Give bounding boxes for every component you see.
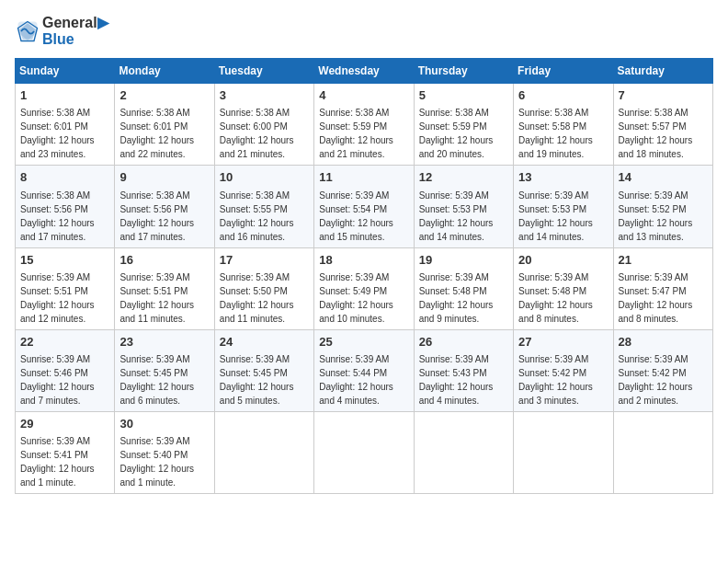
day-number: 21 xyxy=(619,252,708,269)
calendar-cell: 10Sunrise: 5:38 AMSunset: 5:55 PMDayligh… xyxy=(214,166,313,247)
calendar-cell: 28Sunrise: 5:39 AMSunset: 5:42 PMDayligh… xyxy=(613,329,712,411)
day-number: 30 xyxy=(119,416,209,432)
day-number: 12 xyxy=(419,169,508,186)
calendar-cell: 16Sunrise: 5:39 AMSunset: 5:51 PMDayligh… xyxy=(115,247,214,329)
day-number: 1 xyxy=(20,87,109,104)
logo-general: General xyxy=(42,15,97,30)
day-number: 28 xyxy=(619,334,708,350)
day-number: 14 xyxy=(619,169,708,186)
day-number: 16 xyxy=(119,252,209,269)
calendar-cell: 22Sunrise: 5:39 AMSunset: 5:46 PMDayligh… xyxy=(16,329,115,411)
calendar-week-4: 22Sunrise: 5:39 AMSunset: 5:46 PMDayligh… xyxy=(16,329,713,411)
calendar-week-3: 15Sunrise: 5:39 AMSunset: 5:51 PMDayligh… xyxy=(16,247,713,329)
day-info: Sunrise: 5:39 AMSunset: 5:48 PMDaylight:… xyxy=(419,270,508,326)
calendar-cell: 26Sunrise: 5:39 AMSunset: 5:43 PMDayligh… xyxy=(414,329,513,411)
day-info: Sunrise: 5:39 AMSunset: 5:46 PMDaylight:… xyxy=(20,352,109,408)
logo: General▶ Blue xyxy=(15,15,108,47)
day-number: 7 xyxy=(619,87,708,104)
day-number: 11 xyxy=(319,169,408,186)
day-number: 13 xyxy=(518,169,608,186)
day-info: Sunrise: 5:38 AMSunset: 6:01 PMDaylight:… xyxy=(20,106,109,161)
calendar-week-2: 8Sunrise: 5:38 AMSunset: 5:56 PMDaylight… xyxy=(16,166,713,247)
calendar-cell xyxy=(414,411,513,493)
calendar-cell: 29Sunrise: 5:39 AMSunset: 5:41 PMDayligh… xyxy=(16,411,115,493)
day-info: Sunrise: 5:39 AMSunset: 5:54 PMDaylight:… xyxy=(319,189,408,244)
day-info: Sunrise: 5:38 AMSunset: 6:01 PMDaylight:… xyxy=(119,106,209,161)
calendar-cell: 24Sunrise: 5:39 AMSunset: 5:45 PMDayligh… xyxy=(214,329,313,411)
calendar-cell xyxy=(314,411,414,493)
header-thursday: Thursday xyxy=(414,59,513,84)
logo-icon xyxy=(15,18,40,44)
calendar-cell: 17Sunrise: 5:39 AMSunset: 5:50 PMDayligh… xyxy=(214,247,313,329)
day-number: 17 xyxy=(220,252,309,269)
calendar-cell: 8Sunrise: 5:38 AMSunset: 5:56 PMDaylight… xyxy=(16,166,115,247)
day-info: Sunrise: 5:39 AMSunset: 5:52 PMDaylight:… xyxy=(619,189,708,244)
day-info: Sunrise: 5:39 AMSunset: 5:51 PMDaylight:… xyxy=(20,270,109,326)
header-sunday: Sunday xyxy=(16,59,115,84)
day-info: Sunrise: 5:39 AMSunset: 5:42 PMDaylight:… xyxy=(518,352,608,408)
calendar-cell xyxy=(214,411,313,493)
calendar-cell: 25Sunrise: 5:39 AMSunset: 5:44 PMDayligh… xyxy=(314,329,414,411)
day-number: 24 xyxy=(220,334,309,350)
calendar-cell: 7Sunrise: 5:38 AMSunset: 5:57 PMDaylight… xyxy=(613,84,712,166)
day-number: 2 xyxy=(119,87,209,104)
day-info: Sunrise: 5:39 AMSunset: 5:53 PMDaylight:… xyxy=(518,189,608,244)
calendar-cell: 21Sunrise: 5:39 AMSunset: 5:47 PMDayligh… xyxy=(613,247,712,329)
day-info: Sunrise: 5:39 AMSunset: 5:48 PMDaylight:… xyxy=(518,270,608,326)
day-number: 4 xyxy=(319,87,408,104)
header-wednesday: Wednesday xyxy=(314,59,414,84)
logo-blue: ▶ xyxy=(97,15,108,30)
calendar-cell: 18Sunrise: 5:39 AMSunset: 5:49 PMDayligh… xyxy=(314,247,414,329)
calendar-cell: 1Sunrise: 5:38 AMSunset: 6:01 PMDaylight… xyxy=(16,84,115,166)
day-number: 3 xyxy=(220,87,309,104)
calendar-cell: 12Sunrise: 5:39 AMSunset: 5:53 PMDayligh… xyxy=(414,166,513,247)
day-info: Sunrise: 5:39 AMSunset: 5:42 PMDaylight:… xyxy=(619,352,708,408)
calendar-cell: 11Sunrise: 5:39 AMSunset: 5:54 PMDayligh… xyxy=(314,166,414,247)
calendar-cell: 13Sunrise: 5:39 AMSunset: 5:53 PMDayligh… xyxy=(514,166,613,247)
day-info: Sunrise: 5:39 AMSunset: 5:49 PMDaylight:… xyxy=(319,270,408,326)
day-number: 9 xyxy=(119,169,209,186)
day-number: 15 xyxy=(20,252,109,269)
day-number: 8 xyxy=(20,169,109,186)
header-friday: Friday xyxy=(514,59,613,84)
calendar-cell: 4Sunrise: 5:38 AMSunset: 5:59 PMDaylight… xyxy=(314,84,414,166)
calendar-cell xyxy=(613,411,712,493)
day-info: Sunrise: 5:39 AMSunset: 5:53 PMDaylight:… xyxy=(419,189,508,244)
calendar-cell: 2Sunrise: 5:38 AMSunset: 6:01 PMDaylight… xyxy=(115,84,214,166)
day-number: 23 xyxy=(119,334,209,350)
calendar-cell: 23Sunrise: 5:39 AMSunset: 5:45 PMDayligh… xyxy=(115,329,214,411)
calendar-cell: 20Sunrise: 5:39 AMSunset: 5:48 PMDayligh… xyxy=(514,247,613,329)
day-number: 26 xyxy=(419,334,508,350)
header-saturday: Saturday xyxy=(613,59,712,84)
day-info: Sunrise: 5:38 AMSunset: 5:59 PMDaylight:… xyxy=(319,106,408,161)
day-info: Sunrise: 5:38 AMSunset: 5:58 PMDaylight:… xyxy=(518,106,608,161)
calendar-cell: 19Sunrise: 5:39 AMSunset: 5:48 PMDayligh… xyxy=(414,247,513,329)
day-number: 10 xyxy=(220,169,309,186)
calendar-cell xyxy=(514,411,613,493)
day-info: Sunrise: 5:38 AMSunset: 5:56 PMDaylight:… xyxy=(20,189,109,244)
day-info: Sunrise: 5:38 AMSunset: 5:55 PMDaylight:… xyxy=(220,189,309,244)
calendar-header-row: SundayMondayTuesdayWednesdayThursdayFrid… xyxy=(16,59,713,84)
calendar-cell: 27Sunrise: 5:39 AMSunset: 5:42 PMDayligh… xyxy=(514,329,613,411)
calendar-cell: 14Sunrise: 5:39 AMSunset: 5:52 PMDayligh… xyxy=(613,166,712,247)
header-monday: Monday xyxy=(115,59,214,84)
day-number: 22 xyxy=(20,334,109,350)
day-info: Sunrise: 5:39 AMSunset: 5:50 PMDaylight:… xyxy=(220,270,309,326)
day-info: Sunrise: 5:39 AMSunset: 5:45 PMDaylight:… xyxy=(119,352,209,408)
day-info: Sunrise: 5:38 AMSunset: 5:56 PMDaylight:… xyxy=(119,189,209,244)
day-number: 25 xyxy=(319,334,408,350)
calendar-cell: 5Sunrise: 5:38 AMSunset: 5:59 PMDaylight… xyxy=(414,84,513,166)
day-info: Sunrise: 5:39 AMSunset: 5:41 PMDaylight:… xyxy=(20,434,109,489)
day-number: 19 xyxy=(419,252,508,269)
calendar-table: SundayMondayTuesdayWednesdayThursdayFrid… xyxy=(15,58,713,494)
calendar-cell: 3Sunrise: 5:38 AMSunset: 6:00 PMDaylight… xyxy=(214,84,313,166)
day-number: 20 xyxy=(518,252,608,269)
day-info: Sunrise: 5:39 AMSunset: 5:47 PMDaylight:… xyxy=(619,270,708,326)
calendar-week-1: 1Sunrise: 5:38 AMSunset: 6:01 PMDaylight… xyxy=(16,84,713,166)
calendar-week-5: 29Sunrise: 5:39 AMSunset: 5:41 PMDayligh… xyxy=(16,411,713,493)
calendar-cell: 9Sunrise: 5:38 AMSunset: 5:56 PMDaylight… xyxy=(115,166,214,247)
day-info: Sunrise: 5:38 AMSunset: 5:59 PMDaylight:… xyxy=(419,106,508,161)
day-number: 29 xyxy=(20,416,109,432)
day-info: Sunrise: 5:39 AMSunset: 5:40 PMDaylight:… xyxy=(119,434,209,489)
day-info: Sunrise: 5:38 AMSunset: 6:00 PMDaylight:… xyxy=(220,106,309,161)
